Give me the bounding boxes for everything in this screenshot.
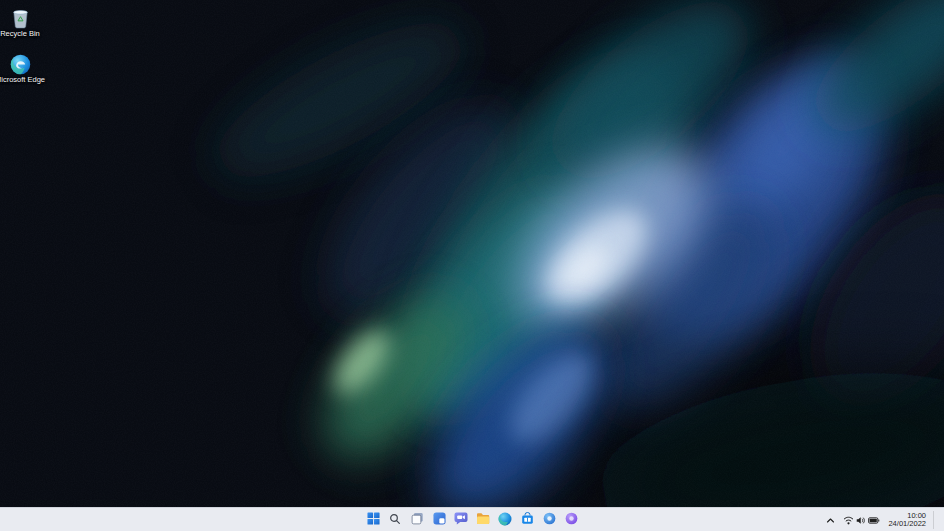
store-bag-icon: [521, 512, 534, 528]
widgets-icon: [433, 512, 446, 528]
wallpaper-image: [0, 0, 944, 507]
desktop-icon-label: Microsoft Edge: [0, 76, 45, 84]
pinned-app-purple-button[interactable]: [561, 510, 581, 530]
desktop-icon-label: Recycle Bin: [0, 30, 40, 38]
task-view-button[interactable]: [407, 510, 427, 530]
tray-overflow-button[interactable]: [823, 511, 838, 530]
purple-app-icon: [565, 512, 578, 528]
blue-app-icon: [543, 512, 556, 528]
taskbar-center-icons: [363, 509, 581, 531]
desktop-icon-microsoft-edge[interactable]: Microsoft Edge: [0, 51, 46, 84]
file-explorer-button[interactable]: [473, 510, 493, 530]
quick-settings-button[interactable]: [840, 511, 883, 530]
folder-icon: [476, 512, 490, 528]
windows-logo-icon: [367, 512, 380, 528]
show-desktop-button[interactable]: [933, 511, 937, 529]
wifi-icon: [843, 513, 854, 528]
edge-button[interactable]: [495, 510, 515, 530]
search-button[interactable]: [385, 510, 405, 530]
start-button[interactable]: [363, 510, 383, 530]
widgets-button[interactable]: [429, 510, 449, 530]
pinned-app-blue-button[interactable]: [539, 510, 559, 530]
edge-icon: [10, 51, 31, 75]
store-button[interactable]: [517, 510, 537, 530]
recycle-bin-icon: [11, 5, 30, 29]
chevron-up-icon: [826, 513, 835, 528]
taskbar-clock[interactable]: 10:00 24/01/2022: [885, 510, 929, 531]
taskbar: 10:00 24/01/2022: [0, 507, 944, 531]
speaker-icon: [856, 513, 866, 528]
task-view-icon: [411, 512, 424, 528]
desktop: Recycle Bin Microsoft Edge: [0, 0, 944, 507]
chat-button[interactable]: [451, 510, 471, 530]
system-tray: 10:00 24/01/2022: [823, 508, 944, 531]
chat-bubble-icon: [454, 512, 468, 528]
desktop-icon-recycle-bin[interactable]: Recycle Bin: [0, 5, 46, 38]
clock-date: 24/01/2022: [888, 520, 926, 529]
magnifier-icon: [389, 513, 401, 528]
edge-logo-icon: [498, 512, 512, 529]
battery-icon: [868, 513, 880, 528]
